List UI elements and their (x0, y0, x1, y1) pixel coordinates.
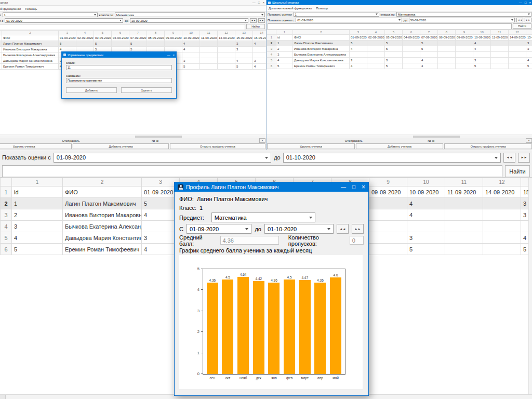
grade-cell[interactable] (483, 209, 521, 221)
student-name-cell[interactable]: Давыдова Мария Константиновна (2, 58, 59, 64)
date-header-cell[interactable]: 07-09-2020 (129, 35, 147, 41)
student-id-cell[interactable]: 1 (276, 41, 293, 46)
prev-period-button[interactable]: ◄◄ (337, 224, 349, 234)
minimize-icon[interactable]: — (519, 1, 522, 4)
student-name-cell[interactable]: Еремин Роман Тимофеевич (2, 64, 59, 70)
date-header-cell[interactable]: 04-09-2020 (403, 35, 420, 41)
menu-item-help[interactable]: Помощь (316, 7, 328, 10)
row-number[interactable]: 6 (1, 244, 12, 255)
date-header-cell[interactable]: 10-09-2020 (407, 187, 445, 198)
chevron-down-icon[interactable]: ▾ (259, 138, 265, 143)
grade-cell[interactable] (438, 63, 456, 69)
grade-cell[interactable]: 4 (182, 41, 200, 47)
row-number[interactable]: 4 (267, 52, 276, 58)
date-header-cell[interactable]: 11-09-2020 (200, 35, 218, 41)
grade-cell[interactable] (473, 52, 491, 58)
grade-cell[interactable] (218, 41, 235, 47)
open-profile-button[interactable]: Открыть профиль ученика (170, 143, 265, 149)
grade-cell[interactable] (403, 46, 420, 52)
grade-cell[interactable] (445, 232, 483, 244)
grade-cell[interactable] (369, 198, 407, 209)
delete-student-button[interactable]: Удалить ученика (0, 143, 72, 149)
grade-cell[interactable] (438, 58, 456, 63)
row-number[interactable]: 1 (267, 35, 276, 41)
scroll-left-button[interactable] (0, 395, 6, 399)
grade-cell[interactable] (76, 41, 94, 47)
close-icon[interactable]: × (262, 1, 264, 4)
grade-cell[interactable]: 5 (129, 41, 147, 47)
grade-cell[interactable] (403, 41, 420, 46)
grade-cell[interactable] (445, 244, 483, 255)
grade-cell[interactable]: 4 (473, 41, 491, 46)
column-header[interactable]: 12 (509, 30, 526, 35)
next-period-button[interactable]: ►► (525, 18, 531, 22)
column-header[interactable]: 10 (473, 30, 491, 35)
student-name-cell[interactable]: Иванова Виктория Макаровна (293, 46, 350, 52)
grade-cell[interactable]: 4 (253, 41, 267, 47)
chevron-down-icon[interactable]: ▾ (526, 138, 532, 143)
grade-cell[interactable] (407, 221, 445, 232)
close-icon[interactable]: × (529, 1, 531, 4)
column-header[interactable]: 12 (483, 178, 521, 187)
grade-cell[interactable]: 5 (182, 64, 200, 70)
minimize-icon[interactable]: — (252, 1, 256, 4)
grade-cell[interactable] (200, 52, 218, 58)
column-header[interactable]: 8 (438, 30, 456, 35)
class-select[interactable]: 1 (3, 12, 98, 17)
prev-period-button[interactable]: ◄◄ (516, 18, 523, 22)
column-header[interactable]: 12 (218, 31, 235, 35)
fio-header-cell[interactable]: ФИО (63, 187, 142, 198)
grade-cell[interactable] (456, 58, 473, 63)
fio-header-cell[interactable]: ФИО (2, 35, 59, 41)
close-icon[interactable]: × (172, 54, 175, 57)
grade-cell[interactable] (456, 41, 473, 46)
date-header-cell[interactable]: 14-09-2020 (218, 35, 235, 41)
row-number[interactable]: 2 (1, 198, 12, 209)
grade-cell[interactable]: 4 (182, 47, 200, 52)
grades-table[interactable]: 12345678910111213141idФИО01-09-202002-09… (267, 29, 532, 135)
horizontal-scrollbar[interactable] (267, 135, 532, 138)
row-number[interactable]: 3 (267, 46, 276, 52)
date-header-cell[interactable]: 09-09-2020 (456, 35, 473, 41)
grade-cell[interactable] (445, 221, 483, 232)
column-header[interactable]: 9 (369, 178, 407, 187)
student-id-cell[interactable]: 4 (12, 232, 63, 244)
column-header[interactable]: 2 (293, 30, 350, 35)
grade-cell[interactable]: 5 (420, 41, 438, 46)
grade-cell[interactable] (369, 244, 407, 255)
date-header-cell[interactable]: 14-09-2020 (483, 187, 521, 198)
column-header[interactable]: 5 (94, 31, 112, 35)
date-header-cell[interactable]: 10-09-2020 (473, 35, 491, 41)
grade-cell[interactable] (218, 52, 235, 58)
column-header[interactable]: 6 (112, 31, 129, 35)
date-from-select[interactable]: 01-09-2020 (5, 18, 123, 23)
grade-cell[interactable]: 5 (473, 63, 491, 69)
row-number[interactable]: 1 (1, 187, 12, 198)
grade-cell[interactable] (369, 221, 407, 232)
grade-cell[interactable] (509, 41, 526, 46)
date-header-cell[interactable]: 08-09-2020 (438, 35, 456, 41)
grade-cell[interactable]: 3 (235, 41, 253, 47)
student-id-cell[interactable]: 3 (276, 52, 293, 58)
grade-cell[interactable] (253, 52, 267, 58)
grade-cell[interactable] (491, 52, 509, 58)
grade-cell[interactable] (218, 58, 235, 64)
subject-name-field[interactable]: Практикум по математике (66, 78, 172, 83)
delete-student-button[interactable]: Удалить ученика (267, 143, 355, 149)
grade-cell[interactable] (491, 63, 509, 69)
add-subject-button[interactable]: Добавить (66, 87, 117, 93)
grade-cell[interactable] (491, 41, 509, 46)
subject-select[interactable]: Математика (396, 12, 531, 17)
date-header-cell[interactable]: 07-09-2020 (420, 35, 438, 41)
subject-select[interactable]: Математика (211, 212, 315, 222)
student-id-cell[interactable]: 3 (12, 221, 63, 232)
grade-cell[interactable]: 3 (182, 58, 200, 64)
grade-cell[interactable] (367, 41, 385, 46)
next-period-button[interactable]: ►► (258, 18, 265, 23)
column-header[interactable]: 2 (63, 178, 142, 187)
next-period-button[interactable]: ►► (352, 224, 364, 234)
menu-item-extra[interactable]: Дополнительный функционал (0, 7, 21, 10)
grade-cell[interactable]: 4 (407, 198, 445, 209)
sort-select[interactable]: № id (152, 139, 158, 142)
prev-period-button[interactable]: ◄◄ (250, 18, 257, 23)
